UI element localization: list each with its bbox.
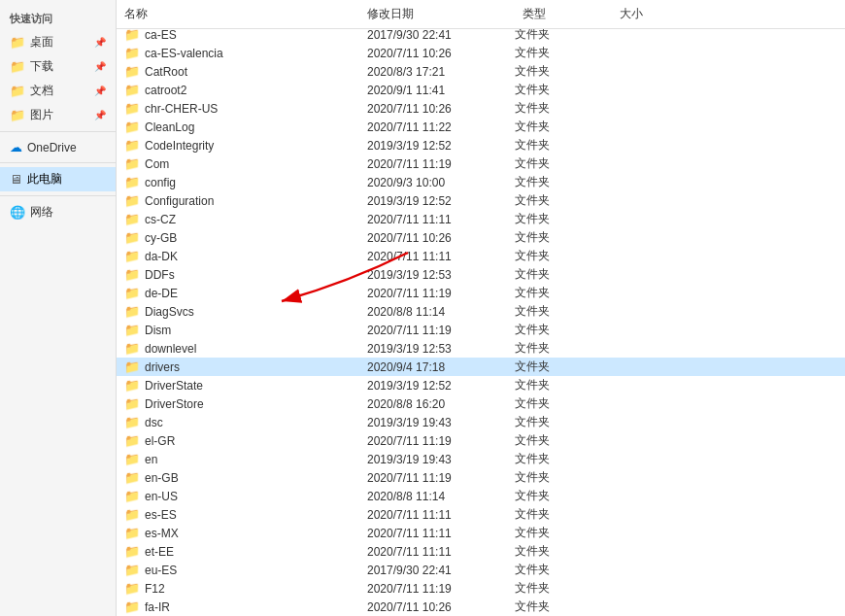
folder-icon: 📁 (124, 544, 140, 559)
table-row[interactable]: 📁 Com 2020/7/11 11:19 文件夹 (117, 154, 845, 173)
table-row[interactable]: 📁 Configuration 2019/3/19 12:52 文件夹 (117, 191, 845, 210)
folder-icon: 📁 (124, 599, 140, 614)
table-row[interactable]: 📁 ca-ES-valencia 2020/7/11 10:26 文件夹 (117, 44, 845, 62)
sidebar-item-desktop[interactable]: 📁 桌面 📌 (0, 30, 116, 54)
file-date-cell: 2019/3/19 19:43 (359, 416, 515, 429)
table-row[interactable]: 📁 CleanLog 2020/7/11 11:22 文件夹 (117, 118, 845, 136)
file-name-text: en-US (145, 490, 178, 503)
file-type-cell: 文件夹 (515, 543, 612, 560)
table-row[interactable]: 📁 CodeIntegrity 2019/3/19 12:52 文件夹 (117, 136, 845, 154)
file-list: 📁 bn-IN 2020/7/11 10:26 文件夹 📁 Boot 2020/… (117, 29, 845, 616)
table-row[interactable]: 📁 catroot2 2020/9/1 11:41 文件夹 (117, 81, 845, 99)
table-row[interactable]: 📁 Dism 2020/7/11 11:19 文件夹 (117, 321, 845, 339)
table-row[interactable]: 📁 eu-ES 2017/9/30 22:41 文件夹 (117, 561, 845, 579)
sidebar-item-downloads[interactable]: 📁 下载 📌 (0, 54, 116, 79)
file-name-text: es-MX (145, 527, 179, 540)
sidebar-divider (0, 131, 116, 132)
folder-icon: 📁 (124, 304, 140, 319)
folder-icon: 📁 (124, 396, 140, 411)
table-row[interactable]: 📁 downlevel 2019/3/19 12:53 文件夹 (117, 339, 845, 358)
file-date-cell: 2020/7/11 11:11 (359, 213, 515, 226)
table-row[interactable]: 📁 cy-GB 2020/7/11 10:26 文件夹 (117, 228, 845, 247)
folder-icon: 📁 (124, 83, 140, 97)
file-name-cell: 📁 downlevel (117, 341, 359, 356)
file-type-cell: 文件夹 (515, 432, 612, 449)
table-row[interactable]: 📁 es-MX 2020/7/11 11:11 文件夹 (117, 524, 845, 542)
table-row[interactable]: 📁 es-ES 2020/7/11 11:11 文件夹 (117, 505, 845, 524)
sidebar-item-thispc[interactable]: 🖥 此电脑 (0, 167, 116, 191)
table-row[interactable]: 📁 fa-IR 2020/7/11 10:26 文件夹 (117, 598, 845, 616)
file-type-cell: 文件夹 (515, 451, 612, 467)
file-date-cell: 2020/7/11 11:19 (359, 324, 515, 337)
file-name-text: et-EE (145, 545, 174, 559)
table-row[interactable]: 📁 da-DK 2020/7/11 11:11 文件夹 (117, 247, 845, 265)
file-name-cell: 📁 en (117, 452, 359, 466)
table-row[interactable]: 📁 DDFs 2019/3/19 12:53 文件夹 (117, 265, 845, 284)
sidebar-item-onedrive[interactable]: ☁ OneDrive (0, 136, 116, 158)
file-name-text: DDFs (145, 268, 175, 282)
file-name-cell: 📁 Configuration (117, 193, 359, 208)
table-row[interactable]: 📁 ca-ES 2017/9/30 22:41 文件夹 (117, 29, 845, 44)
main-content: 名称 修改日期 类型 大小 📁 bn-IN 2020/7/11 10:26 文件… (117, 0, 845, 616)
folder-icon: 📁 (124, 323, 140, 337)
column-headers: 名称 修改日期 类型 大小 (117, 0, 845, 29)
file-name-cell: 📁 da-DK (117, 249, 359, 263)
file-name-cell: 📁 ca-ES-valencia (117, 46, 359, 60)
file-date-cell: 2019/3/19 12:52 (359, 194, 515, 208)
table-row[interactable]: 📁 DriverStore 2020/8/8 16:20 文件夹 (117, 394, 845, 413)
table-row[interactable]: 📁 drivers 2020/9/4 17:18 文件夹 (117, 358, 845, 376)
col-header-type[interactable]: 类型 (515, 4, 612, 24)
folder-icon: 📁 (10, 59, 25, 74)
folder-icon: 📁 (124, 101, 140, 116)
file-date-cell: 2020/7/11 10:26 (359, 47, 515, 60)
col-header-date[interactable]: 修改日期 (359, 4, 515, 24)
table-row[interactable]: 📁 en-GB 2020/7/11 11:19 文件夹 (117, 468, 845, 487)
file-date-cell: 2019/3/19 12:52 (359, 139, 515, 153)
table-row[interactable]: 📁 el-GR 2020/7/11 11:19 文件夹 (117, 431, 845, 450)
table-row[interactable]: 📁 en-US 2020/8/8 11:14 文件夹 (117, 487, 845, 505)
file-name-text: cs-CZ (145, 213, 176, 226)
file-name-cell: 📁 DriverStore (117, 396, 359, 411)
table-row[interactable]: 📁 et-EE 2020/7/11 11:11 文件夹 (117, 542, 845, 561)
sidebar-item-network[interactable]: 🌐 网络 (0, 200, 116, 224)
sidebar-item-documents[interactable]: 📁 文档 📌 (0, 79, 116, 103)
table-row[interactable]: 📁 DriverState 2019/3/19 12:52 文件夹 (117, 376, 845, 394)
folder-icon: 📁 (124, 341, 140, 356)
table-row[interactable]: 📁 F12 2020/7/11 11:19 文件夹 (117, 579, 845, 598)
file-date-cell: 2020/7/11 11:19 (359, 582, 515, 596)
folder-icon: 📁 (124, 452, 140, 466)
onedrive-icon: ☁ (10, 140, 22, 154)
file-name-cell: 📁 DriverState (117, 378, 359, 393)
sidebar-item-pictures[interactable]: 📁 图片 📌 (0, 103, 116, 127)
table-row[interactable]: 📁 CatRoot 2020/8/3 17:21 文件夹 (117, 62, 845, 81)
file-date-cell: 2020/7/11 11:19 (359, 434, 515, 448)
col-header-size[interactable]: 大小 (612, 4, 690, 24)
table-row[interactable]: 📁 de-DE 2020/7/11 11:19 文件夹 (117, 284, 845, 302)
file-type-cell: 文件夹 (515, 377, 612, 394)
file-type-cell: 文件夹 (515, 63, 612, 80)
file-name-cell: 📁 drivers (117, 359, 359, 374)
file-name-cell: 📁 F12 (117, 581, 359, 596)
col-header-name[interactable]: 名称 (117, 4, 359, 24)
pin-icon: 📌 (94, 110, 106, 120)
table-row[interactable]: 📁 dsc 2019/3/19 19:43 文件夹 (117, 413, 845, 431)
file-type-cell: 文件夹 (515, 322, 612, 338)
folder-icon: 📁 (124, 64, 140, 79)
file-type-cell: 文件夹 (515, 562, 612, 578)
table-row[interactable]: 📁 cs-CZ 2020/7/11 11:11 文件夹 (117, 210, 845, 228)
file-list-wrapper[interactable]: 📁 bn-IN 2020/7/11 10:26 文件夹 📁 Boot 2020/… (117, 29, 845, 616)
table-row[interactable]: 📁 DiagSvcs 2020/8/8 11:14 文件夹 (117, 302, 845, 321)
file-name-text: ca-ES-valencia (145, 47, 223, 60)
file-date-cell: 2017/9/30 22:41 (359, 29, 515, 42)
file-date-cell: 2019/3/19 19:43 (359, 453, 515, 466)
table-row[interactable]: 📁 config 2020/9/3 10:00 文件夹 (117, 173, 845, 191)
file-name-text: config (145, 176, 176, 189)
file-type-cell: 文件夹 (515, 119, 612, 135)
sidebar-item-label: 文档 (30, 83, 53, 99)
table-row[interactable]: 📁 chr-CHER-US 2020/7/11 10:26 文件夹 (117, 99, 845, 118)
file-date-cell: 2020/7/11 11:11 (359, 250, 515, 263)
file-date-cell: 2020/7/11 10:26 (359, 231, 515, 245)
table-row[interactable]: 📁 en 2019/3/19 19:43 文件夹 (117, 450, 845, 468)
folder-icon: 📁 (124, 230, 140, 245)
file-name-text: F12 (145, 582, 165, 596)
